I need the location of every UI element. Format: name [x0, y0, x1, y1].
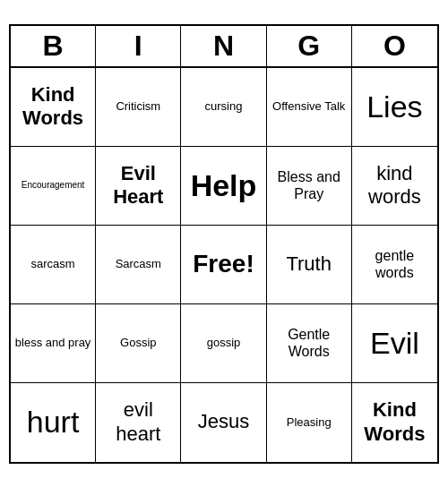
cell-text: Gentle Words	[271, 326, 348, 360]
cell-text: Help	[191, 167, 257, 204]
cell-text: Kind Words	[14, 83, 91, 131]
bingo-cell: Bless and Pray	[267, 147, 352, 226]
cell-text: gentle words	[356, 247, 434, 281]
bingo-cell: bless and pray	[11, 304, 96, 383]
header-letter: I	[96, 26, 181, 66]
bingo-cell: Encouragement	[11, 147, 96, 226]
cell-text: evil heart	[99, 398, 177, 446]
bingo-cell: hurt	[11, 383, 96, 462]
cell-text: Sarcasm	[116, 257, 161, 271]
cell-text: Criticism	[116, 99, 160, 114]
cell-text: Lies	[366, 89, 422, 125]
bingo-cell: Kind Words	[352, 383, 437, 462]
cell-text: gossip	[207, 336, 241, 350]
cell-text: Offensive Talk	[272, 99, 345, 114]
cell-text: sarcasm	[31, 257, 75, 271]
bingo-cell: kind words	[352, 147, 437, 226]
bingo-card: BINGO Kind WordsCriticismcursingOffensiv…	[9, 24, 439, 464]
bingo-cell: Offensive Talk	[267, 68, 352, 147]
bingo-header: BINGO	[11, 26, 437, 68]
bingo-cell: Jesus	[181, 383, 266, 462]
bingo-cell: Sarcasm	[96, 226, 181, 304]
bingo-cell: Criticism	[96, 68, 181, 147]
cell-text: kind words	[356, 162, 434, 209]
cell-text: hurt	[27, 404, 80, 440]
bingo-cell: Pleasing	[267, 383, 352, 462]
cell-text: Kind Words	[356, 398, 434, 446]
cell-text: Evil	[370, 325, 419, 362]
bingo-cell: Evil Heart	[96, 147, 181, 226]
bingo-cell: Free!	[181, 226, 266, 304]
bingo-cell: cursing	[181, 68, 266, 147]
bingo-cell: gossip	[181, 304, 266, 383]
bingo-cell: Gossip	[96, 304, 181, 383]
bingo-cell: Help	[181, 147, 266, 226]
header-letter: B	[11, 26, 96, 66]
bingo-grid: Kind WordsCriticismcursingOffensive Talk…	[11, 68, 437, 462]
header-letter: O	[352, 26, 437, 66]
cell-text: Free!	[193, 249, 254, 279]
cell-text: Bless and Pray	[271, 168, 348, 202]
bingo-cell: sarcasm	[11, 226, 96, 304]
cell-text: Encouragement	[22, 180, 85, 191]
cell-text: cursing	[205, 99, 243, 114]
cell-text: Gossip	[120, 336, 156, 350]
bingo-cell: gentle words	[352, 226, 437, 304]
cell-text: Evil Heart	[99, 162, 177, 209]
bingo-cell: Lies	[352, 68, 437, 147]
bingo-cell: Evil	[352, 304, 437, 383]
cell-text: Truth	[286, 252, 332, 276]
cell-text: Jesus	[198, 410, 249, 433]
bingo-cell: Gentle Words	[267, 304, 352, 383]
header-letter: G	[267, 26, 352, 66]
cell-text: bless and pray	[15, 336, 91, 350]
cell-text: Pleasing	[287, 415, 332, 430]
bingo-cell: evil heart	[96, 383, 181, 462]
bingo-cell: Truth	[267, 226, 352, 304]
bingo-cell: Kind Words	[11, 68, 96, 147]
header-letter: N	[181, 26, 266, 66]
